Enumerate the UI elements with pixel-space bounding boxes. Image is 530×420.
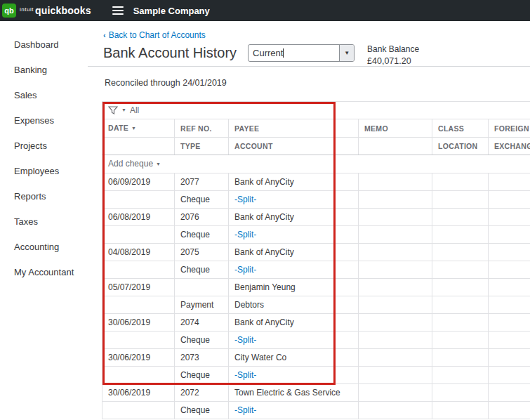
cell-exchange[interactable] <box>489 191 530 209</box>
cell-type[interactable]: Cheque <box>175 402 229 419</box>
cell-memo[interactable] <box>359 296 432 314</box>
cell-ref[interactable]: 2074 <box>175 314 229 332</box>
chevron-down-icon[interactable]: ▼ <box>339 45 354 61</box>
cell-exchange[interactable] <box>489 367 530 384</box>
cell-foreign[interactable] <box>489 349 530 367</box>
cell-ref[interactable]: 2077 <box>175 173 229 191</box>
filter-caret-icon[interactable]: ▼ <box>121 102 126 119</box>
cell-date[interactable]: 06/08/2019 <box>102 209 175 226</box>
cell-payee[interactable]: Town Electric & Gas Service <box>229 384 359 402</box>
cell-memo[interactable] <box>359 244 432 261</box>
cell-blank[interactable] <box>102 332 175 349</box>
add-cheque-button[interactable]: Add cheque▼ <box>102 155 530 173</box>
cell-payee[interactable]: Benjamin Yeung <box>229 279 359 296</box>
cell-location[interactable] <box>432 332 489 349</box>
cell-type[interactable]: Cheque <box>175 367 229 384</box>
sidebar-item-employees[interactable]: Employees <box>0 159 88 184</box>
account-value[interactable]: -Split- <box>234 405 256 415</box>
cell-exchange[interactable] <box>489 402 530 419</box>
cell-memo[interactable] <box>359 349 432 367</box>
cell-account[interactable]: -Split- <box>229 261 359 279</box>
cell-date[interactable]: 04/08/2019 <box>102 244 175 261</box>
sidebar-item-taxes[interactable]: Taxes <box>0 209 88 235</box>
cell-exchange[interactable] <box>489 261 530 279</box>
account-value[interactable]: -Split- <box>234 370 256 380</box>
cell-memo[interactable] <box>359 209 432 226</box>
cell-memo[interactable] <box>359 279 432 296</box>
sidebar-item-projects[interactable]: Projects <box>0 133 88 159</box>
cell-class[interactable] <box>432 244 489 261</box>
cell-foreign[interactable] <box>489 173 530 191</box>
cell-payee[interactable]: Bank of AnyCity <box>229 314 359 332</box>
cell-memo[interactable] <box>359 226 432 244</box>
account-value[interactable]: -Split- <box>234 265 256 275</box>
filter-funnel-icon[interactable] <box>108 106 118 114</box>
cell-ref[interactable]: 2076 <box>175 209 229 226</box>
cell-memo[interactable] <box>359 367 432 384</box>
sidebar-item-sales[interactable]: Sales <box>0 83 88 108</box>
cell-account[interactable]: -Split- <box>229 367 359 384</box>
cell-ref[interactable]: 2073 <box>175 349 229 367</box>
cell-class[interactable] <box>432 349 489 367</box>
cell-date[interactable]: 06/09/2019 <box>102 173 175 191</box>
sidebar-item-banking[interactable]: Banking <box>0 58 88 83</box>
cell-location[interactable] <box>432 261 489 279</box>
sidebar-item-reports[interactable]: Reports <box>0 184 88 209</box>
cell-class[interactable] <box>432 173 489 191</box>
account-value[interactable]: -Split- <box>234 195 256 204</box>
filter-bar[interactable]: ▼ All <box>102 102 530 119</box>
hamburger-menu-icon[interactable] <box>112 6 124 15</box>
cell-blank[interactable] <box>102 296 175 314</box>
cell-location[interactable] <box>432 367 489 384</box>
cell-location[interactable] <box>432 191 489 209</box>
cell-memo[interactable] <box>359 173 432 191</box>
cell-account[interactable]: -Split- <box>229 191 359 209</box>
cell-exchange[interactable] <box>489 226 530 244</box>
cell-ref[interactable] <box>175 279 229 296</box>
cell-memo[interactable] <box>359 314 432 332</box>
cell-date[interactable]: 30/06/2019 <box>102 349 175 367</box>
cell-account[interactable]: -Split- <box>229 332 359 349</box>
cell-class[interactable] <box>432 384 489 402</box>
cell-type[interactable]: Payment <box>175 296 229 314</box>
cell-payee[interactable]: City Water Co <box>229 349 359 367</box>
cell-blank[interactable] <box>102 191 175 209</box>
cell-foreign[interactable] <box>489 279 530 296</box>
cell-blank[interactable] <box>102 226 175 244</box>
cell-exchange[interactable] <box>489 332 530 349</box>
cell-location[interactable] <box>432 226 489 244</box>
cell-foreign[interactable] <box>489 244 530 261</box>
account-value[interactable]: Debtors <box>234 300 264 310</box>
cell-ref[interactable]: 2072 <box>175 384 229 402</box>
cell-blank[interactable] <box>102 367 175 384</box>
cell-payee[interactable]: Bank of AnyCity <box>229 173 359 191</box>
cell-payee[interactable]: Bank of AnyCity <box>229 244 359 261</box>
cell-payee[interactable]: Bank of AnyCity <box>229 209 359 226</box>
sidebar-item-accounting[interactable]: Accounting <box>0 235 88 260</box>
column-header-date[interactable]: DATE▼ <box>102 119 175 138</box>
sidebar-item-my-accountant[interactable]: My Accountant <box>0 260 88 285</box>
cell-memo[interactable] <box>359 191 432 209</box>
cell-blank[interactable] <box>102 402 175 419</box>
back-to-chart-of-accounts-link[interactable]: ‹ Back to Chart of Accounts <box>103 30 206 40</box>
sidebar-item-expenses[interactable]: Expenses <box>0 108 88 133</box>
cell-blank[interactable] <box>102 261 175 279</box>
cell-foreign[interactable] <box>489 209 530 226</box>
cell-foreign[interactable] <box>489 314 530 332</box>
account-value[interactable]: -Split- <box>234 335 256 345</box>
cell-account[interactable]: -Split- <box>229 402 359 419</box>
cell-type[interactable]: Cheque <box>175 226 229 244</box>
cell-location[interactable] <box>432 402 489 419</box>
cell-type[interactable]: Cheque <box>175 261 229 279</box>
account-dropdown-value[interactable]: Current <box>249 45 339 61</box>
cell-memo[interactable] <box>359 384 432 402</box>
cell-class[interactable] <box>432 314 489 332</box>
cell-type[interactable]: Cheque <box>175 332 229 349</box>
cell-class[interactable] <box>432 209 489 226</box>
account-value[interactable]: -Split- <box>234 230 256 239</box>
cell-memo[interactable] <box>359 402 432 419</box>
cell-foreign[interactable] <box>489 384 530 402</box>
cell-ref[interactable]: 2075 <box>175 244 229 261</box>
cell-date[interactable]: 30/06/2019 <box>102 314 175 332</box>
account-dropdown[interactable]: Current ▼ <box>248 44 355 62</box>
